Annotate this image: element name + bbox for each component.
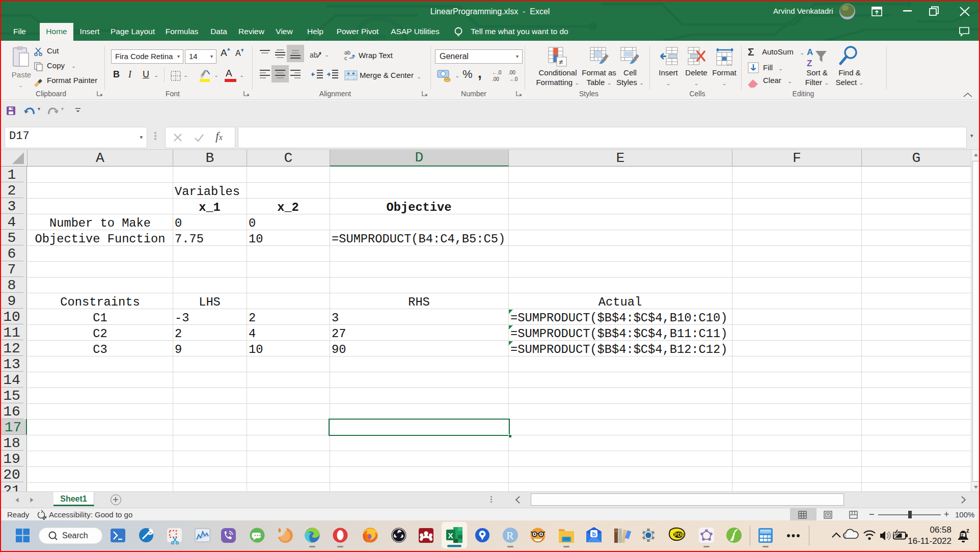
svg-text:ab: ab	[310, 51, 318, 59]
svg-text:←.0: ←.0	[492, 70, 502, 75]
svg-text:X: X	[448, 531, 453, 540]
svg-text:A: A	[807, 47, 813, 57]
svg-text:.00: .00	[508, 70, 515, 75]
svg-text:→.0: →.0	[508, 76, 518, 82]
svg-text:Search: Search	[62, 531, 88, 540]
svg-text:b: b	[592, 531, 596, 538]
svg-text:.00: .00	[492, 76, 499, 82]
svg-text:Z: Z	[807, 59, 812, 68]
svg-text:z: z	[961, 533, 964, 538]
svg-text:PDF: PDF	[674, 532, 685, 538]
svg-text:R: R	[506, 529, 514, 542]
svg-text:z: z	[966, 527, 969, 534]
svg-text:≠: ≠	[559, 58, 563, 66]
svg-text:c: c	[344, 55, 347, 61]
svg-text:06:58: 06:58	[930, 525, 951, 535]
svg-text:16-11-2022: 16-11-2022	[908, 536, 951, 546]
